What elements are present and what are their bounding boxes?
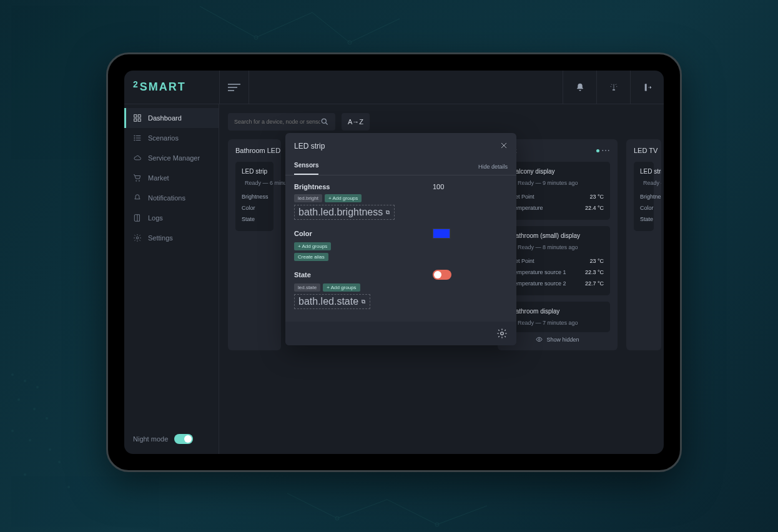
search-box[interactable] — [228, 113, 335, 131]
close-button[interactable] — [500, 140, 508, 152]
property-label: State — [294, 271, 311, 278]
sidebar-item-label: Logs — [148, 214, 163, 222]
svg-point-42 — [539, 338, 541, 340]
sidebar-item-scenarios[interactable]: Scenarios — [124, 128, 219, 148]
svg-point-19 — [29, 439, 31, 441]
night-mode-toggle[interactable] — [174, 434, 193, 444]
more-icon[interactable]: ⋯ — [601, 148, 610, 153]
cloud-icon — [133, 154, 142, 162]
property-state: State led.state + Add groups bath.led.st… — [294, 270, 508, 309]
list-icon — [133, 134, 142, 142]
sidebar-item-market[interactable]: Market — [124, 168, 219, 188]
svg-point-35 — [134, 137, 135, 138]
svg-rect-47 — [363, 301, 365, 303]
sort-label: A→Z — [348, 118, 363, 126]
svg-rect-29 — [134, 119, 137, 121]
node-card: LED strip Ready — 6 Brightness Color Sta… — [634, 162, 654, 231]
svg-point-9 — [348, 41, 352, 44]
hamburger-icon — [228, 83, 240, 92]
path-tag[interactable]: bath.led.state — [294, 294, 370, 309]
svg-rect-48 — [362, 300, 364, 302]
add-groups-button[interactable]: + Add groups — [325, 194, 362, 202]
card-header: Flat ⋯ — [505, 147, 610, 154]
svg-point-11 — [435, 523, 439, 526]
sidebar-item-dashboard[interactable]: Dashboard — [124, 108, 219, 128]
sidebar-item-notifications[interactable]: Notifications — [124, 188, 219, 208]
svg-line-0 — [200, 6, 256, 37]
signal-button[interactable] — [596, 71, 630, 104]
property-label: Brightness — [294, 183, 330, 190]
eye-icon — [536, 336, 543, 343]
dashboard-icon — [133, 114, 142, 122]
svg-point-15 — [17, 398, 20, 401]
property-brightness: Brightness 100 led.bright + Add groups b… — [294, 183, 508, 220]
add-groups-button[interactable]: + Add groups — [294, 242, 331, 250]
copy-icon — [385, 210, 390, 215]
device-card-bathroom-led[interactable]: Bathroom LED LED strip Ready — 6 minutes… — [228, 139, 281, 350]
gear-icon — [133, 234, 142, 242]
svg-point-13 — [24, 380, 26, 382]
search-icon — [320, 117, 329, 126]
show-hidden-button[interactable]: Show hidden — [505, 336, 610, 343]
bell-icon — [133, 194, 142, 202]
cart-icon — [133, 174, 142, 182]
sidebar-item-logs[interactable]: Logs — [124, 208, 219, 228]
tablet-frame: 2SMART — [106, 52, 682, 472]
svg-point-34 — [134, 135, 135, 136]
search-input[interactable] — [234, 119, 320, 125]
modal-title: LED strip — [294, 142, 325, 150]
svg-line-1 — [256, 12, 312, 37]
svg-point-36 — [134, 140, 135, 140]
state-toggle[interactable] — [433, 270, 451, 280]
svg-point-8 — [254, 36, 258, 39]
property-color: Color + Add groups Create alias — [294, 229, 508, 261]
create-alias-button[interactable]: Create alias — [294, 253, 328, 261]
node-name: Bathroom display — [511, 308, 604, 315]
sidebar-item-label: Notifications — [148, 194, 185, 202]
app-screen: 2SMART — [124, 71, 664, 454]
alias-tag[interactable]: led.bright — [294, 194, 322, 202]
svg-rect-28 — [138, 115, 140, 117]
node-name: Bathroom (small) display — [511, 232, 604, 239]
logout-button[interactable] — [630, 71, 664, 104]
status-line: Ready — 7 minutes ago — [511, 320, 604, 326]
node-name: LED strip — [242, 168, 267, 175]
card-title: Bathroom LED — [235, 147, 273, 154]
node-details-modal: LED strip Sensors Hide details Brightnes… — [285, 133, 516, 345]
add-groups-button[interactable]: + Add groups — [323, 283, 360, 292]
color-swatch[interactable] — [433, 229, 450, 239]
status-line: Ready — 8 minutes ago — [511, 244, 604, 250]
notifications-button[interactable] — [563, 71, 596, 104]
svg-point-23 — [67, 486, 70, 488]
status-line: Ready — 6 — [640, 180, 648, 186]
hamburger-menu-button[interactable] — [219, 71, 249, 104]
hide-details-button[interactable]: Hide details — [478, 164, 508, 170]
path-tag[interactable]: bath.led.brightness — [294, 205, 395, 220]
alias-tag[interactable]: led.state — [294, 283, 320, 292]
node-card-bathroom-small: Bathroom (small) display Ready — 8 minut… — [505, 226, 610, 295]
svg-point-10 — [335, 516, 339, 520]
device-card-led-tv[interactable]: LED TV LED strip Ready — 6 Brightness Co… — [626, 139, 661, 350]
svg-point-18 — [11, 430, 14, 432]
sort-button[interactable]: A→Z — [342, 113, 370, 131]
svg-line-6 — [387, 500, 437, 525]
sidebar-item-service-manager[interactable]: Service Manager — [124, 148, 219, 168]
svg-point-38 — [139, 180, 139, 181]
copy-icon — [361, 299, 366, 304]
sidebar-item-label: Scenarios — [148, 134, 179, 142]
sidebar-item-label: Dashboard — [148, 114, 182, 122]
tab-sensors[interactable]: Sensors — [294, 158, 318, 175]
property-label: Color — [294, 230, 312, 237]
svg-point-49 — [501, 332, 504, 335]
app-bar: 2SMART — [124, 71, 664, 104]
svg-point-20 — [49, 448, 51, 451]
status-line: Ready — 9 minutes ago — [511, 180, 604, 186]
svg-line-5 — [337, 500, 387, 518]
node-name: LED strip — [640, 168, 648, 175]
sidebar-item-settings[interactable]: Settings — [124, 228, 219, 248]
svg-rect-30 — [138, 119, 140, 121]
logo: 2SMART — [124, 81, 219, 94]
property-value[interactable]: 100 — [433, 183, 508, 190]
settings-button[interactable] — [496, 328, 508, 339]
svg-point-21 — [58, 461, 61, 463]
